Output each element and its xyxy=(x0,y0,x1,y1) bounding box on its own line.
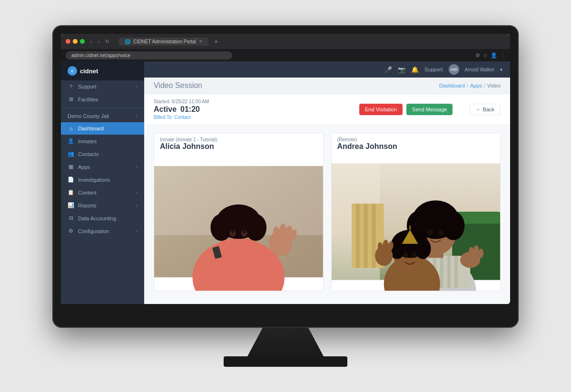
data-accounting-icon: ⊟ xyxy=(68,215,74,221)
remote-panel-header: (Remote) Andrea Johnson xyxy=(332,133,501,153)
sidebar-item-label: Dashboard xyxy=(78,126,104,131)
app-layout: c cidnet ? Support › ⊞ Facilities xyxy=(61,61,510,304)
sidebar: c cidnet ? Support › ⊞ Facilities xyxy=(61,61,144,304)
facilities-icon: ⊞ xyxy=(68,96,74,102)
address-bar-actions: ⚙ ☆ 👤 ⋮ xyxy=(475,52,505,59)
sidebar-item-contacts[interactable]: 👥 Contacts xyxy=(61,147,144,160)
svg-point-55 xyxy=(403,252,408,258)
sidebar-item-label: Apps xyxy=(78,164,90,170)
remote-video-panel: (Remote) Andrea Johnson xyxy=(331,133,501,291)
svg-point-48 xyxy=(427,229,433,236)
svg-point-49 xyxy=(438,229,443,236)
breadcrumb-apps[interactable]: Apps xyxy=(470,83,482,88)
remote-name: Andrea Johnson xyxy=(337,142,495,151)
breadcrumb-dashboard[interactable]: Dashboard xyxy=(439,83,465,88)
contacts-icon: 👥 xyxy=(68,151,74,157)
inmate-panel-header: Inmate (Inmate 1 - Tutorial) Alicia John… xyxy=(154,133,323,153)
sidebar-item-jail[interactable]: Demo County Jail › xyxy=(61,110,144,122)
svg-rect-26 xyxy=(355,204,359,268)
user-dropdown-icon[interactable]: ▾ xyxy=(500,67,502,72)
maximize-window-button[interactable] xyxy=(80,39,85,44)
remote-role-label: (Remote) xyxy=(337,137,495,142)
svg-rect-28 xyxy=(372,204,375,268)
sidebar-item-inmates[interactable]: 👤 Inmates xyxy=(61,135,144,147)
page-header: Video Session Dashboard / Apps / Video xyxy=(144,78,510,94)
billed-to-link[interactable]: Contact xyxy=(174,115,190,120)
video-container: Inmate (Inmate 1 - Tutorial) Alicia John… xyxy=(144,125,510,299)
svg-point-47 xyxy=(436,206,454,224)
session-billed: Billed To: Contact xyxy=(154,115,354,120)
breadcrumb-separator: / xyxy=(467,83,468,88)
session-started: Started: 6/25/22 11:00 AM xyxy=(154,99,354,104)
profile-icon[interactable]: 👤 xyxy=(491,52,497,59)
send-message-button[interactable]: Send Message xyxy=(406,104,453,115)
sidebar-item-label: Facilities xyxy=(78,97,98,102)
camera-icon[interactable]: 📷 xyxy=(398,66,405,73)
svg-point-63 xyxy=(473,245,479,257)
svg-rect-27 xyxy=(364,204,367,268)
investigations-icon: 📄 xyxy=(68,176,74,183)
user-avatar-initials: AW xyxy=(450,67,457,72)
sidebar-item-configuration[interactable]: ⚙ Configuration › xyxy=(61,225,144,237)
refresh-browser-button[interactable]: ↻ xyxy=(103,38,111,46)
sidebar-item-label: Contacts xyxy=(78,151,98,157)
monitor-base xyxy=(224,356,347,367)
inmate-role-label: Inmate (Inmate 1 - Tutorial) xyxy=(160,137,317,142)
chevron-right-icon: › xyxy=(136,229,138,234)
breadcrumb-current: Video xyxy=(487,83,501,88)
main-content: 🎤 📷 🔔 Support AW Arnold Walker ▾ Vid xyxy=(144,61,510,304)
logo-text: cidnet xyxy=(80,68,98,75)
session-status: Active 01:20 xyxy=(154,105,354,114)
microphone-icon[interactable]: 🎤 xyxy=(384,66,392,73)
bookmark-icon[interactable]: ☆ xyxy=(483,52,488,59)
more-options-icon[interactable]: ⋮ xyxy=(500,52,505,59)
support-icon: ? xyxy=(68,84,74,89)
status-active-label: Active xyxy=(154,105,177,114)
configuration-icon: ⚙ xyxy=(68,228,74,234)
chevron-right-icon: › xyxy=(136,84,138,89)
user-name: Arnold Walker xyxy=(465,67,494,72)
support-link[interactable]: Support xyxy=(424,67,443,72)
sidebar-item-apps[interactable]: ▦ Apps › xyxy=(61,160,144,173)
tab-title: CIDNET Administration Portal xyxy=(133,39,196,44)
inmate-video-frame xyxy=(154,153,323,291)
back-button[interactable]: ← Back xyxy=(470,104,501,115)
window-controls xyxy=(66,39,85,44)
chevron-right-icon: › xyxy=(136,203,138,208)
sidebar-item-data-accounting[interactable]: ⊟ Data Accounting xyxy=(61,212,144,225)
address-bar-input[interactable] xyxy=(66,51,232,59)
browser-chrome: ‹ › ↻ 🌐 CIDNET Administration Portal ✕ + xyxy=(61,34,510,49)
reports-icon: 📊 xyxy=(68,202,74,208)
sidebar-item-content[interactable]: 📋 Content › xyxy=(61,186,144,199)
sidebar-divider xyxy=(61,108,144,108)
tab-close-button[interactable]: ✕ xyxy=(199,39,203,44)
monitor-stand xyxy=(247,328,324,356)
sidebar-item-label: Investigations xyxy=(78,177,110,183)
inmates-icon: 👤 xyxy=(68,138,74,144)
forward-browser-button[interactable]: › xyxy=(96,38,102,45)
browser-tab[interactable]: 🌐 CIDNET Administration Portal ✕ xyxy=(119,38,208,46)
add-tab-button[interactable]: + xyxy=(214,38,218,45)
session-actions: End Visitation Send Message ← Back xyxy=(359,104,501,115)
sidebar-item-dashboard[interactable]: ⌂ Dashboard xyxy=(61,122,144,135)
browser-addressbar: ⚙ ☆ 👤 ⋮ xyxy=(61,49,510,61)
logo-icon: c xyxy=(68,66,77,76)
sidebar-item-support[interactable]: ? Support › xyxy=(61,80,144,93)
minimize-window-button[interactable] xyxy=(73,39,78,44)
tab-favicon: 🌐 xyxy=(125,39,130,44)
close-window-button[interactable] xyxy=(66,39,70,44)
back-browser-button[interactable]: ‹ xyxy=(89,38,94,45)
remote-video-frame xyxy=(332,153,501,291)
sidebar-item-reports[interactable]: 📊 Reports › xyxy=(61,199,144,212)
notification-icon[interactable]: 🔔 xyxy=(411,66,419,73)
end-visitation-button[interactable]: End Visitation xyxy=(359,104,403,115)
user-avatar[interactable]: AW xyxy=(449,64,459,75)
svg-point-56 xyxy=(412,252,416,258)
page-title: Video Session xyxy=(154,81,202,90)
sidebar-item-investigations[interactable]: 📄 Investigations xyxy=(61,173,144,186)
sidebar-item-facilities[interactable]: ⊞ Facilities xyxy=(61,93,144,106)
extensions-icon[interactable]: ⚙ xyxy=(475,52,480,59)
svg-point-14 xyxy=(231,229,234,233)
breadcrumb-separator: / xyxy=(484,83,485,88)
main-top-nav: 🎤 📷 🔔 Support AW Arnold Walker ▾ xyxy=(144,61,510,78)
